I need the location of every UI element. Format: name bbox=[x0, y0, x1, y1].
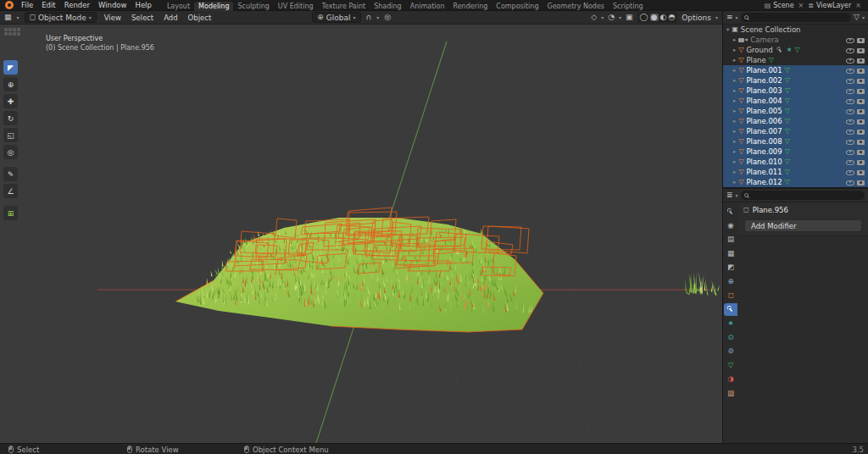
tab-material[interactable]: ◑ bbox=[724, 373, 737, 385]
workspace-tab-rendering[interactable]: Rendering bbox=[448, 2, 492, 11]
mode-dropdown[interactable]: ◻ Object Mode ▾ bbox=[25, 12, 97, 23]
filter-funnel-icon[interactable]: ▽ bbox=[854, 14, 860, 21]
disable-in-render-icon[interactable] bbox=[857, 97, 865, 105]
outliner-row-ground[interactable]: ▸▽Ground∗▽ bbox=[723, 45, 868, 55]
outliner-row-plane.002[interactable]: ▸▽Plane.002▽ bbox=[723, 75, 868, 86]
outliner-row-plane.004[interactable]: ▸▽Plane.004▽ bbox=[723, 96, 868, 106]
outliner-editor-icon[interactable]: ≡ bbox=[726, 14, 733, 21]
shading-solid-icon[interactable]: ● bbox=[650, 14, 659, 21]
workspace-tab-geometry-nodes[interactable]: Geometry Nodes bbox=[543, 2, 609, 11]
workspace-tab-texture-paint[interactable]: Texture Paint bbox=[318, 2, 370, 11]
disclosure-icon[interactable]: ▾ bbox=[726, 26, 729, 33]
disable-in-render-icon[interactable] bbox=[857, 169, 865, 176]
tab-output[interactable]: ▤ bbox=[724, 233, 737, 246]
hide-in-viewport-icon[interactable] bbox=[846, 128, 854, 136]
tab-constraints[interactable]: ⊘ bbox=[724, 345, 737, 357]
snap-magnet-icon[interactable]: ∩ bbox=[366, 14, 372, 21]
outliner-row-plane.012[interactable]: ▸▽Plane.012▽ bbox=[723, 177, 868, 187]
disclosure-icon[interactable]: ▸ bbox=[733, 128, 736, 135]
hide-in-viewport-icon[interactable] bbox=[846, 138, 854, 146]
rotate-tool[interactable]: ↻ bbox=[3, 111, 18, 125]
workspace-tab-shading[interactable]: Shading bbox=[370, 2, 406, 11]
shading-rendered-icon[interactable]: ◓ bbox=[668, 14, 675, 21]
snap-dropdown-icon[interactable]: ▾ bbox=[376, 15, 379, 20]
tab-tool[interactable] bbox=[724, 205, 737, 218]
workspace-tab-compositing[interactable]: Compositing bbox=[492, 2, 542, 11]
disclosure-icon[interactable]: ▸ bbox=[733, 97, 736, 104]
disclosure-icon[interactable]: ▸ bbox=[733, 169, 736, 175]
workspace-tab-sculpting[interactable]: Sculpting bbox=[233, 2, 273, 11]
hide-in-viewport-icon[interactable] bbox=[846, 118, 854, 125]
tab-world[interactable]: ⊕ bbox=[724, 275, 737, 288]
transform-tool[interactable]: ◎ bbox=[3, 145, 18, 159]
viewport-menu-object[interactable]: Object bbox=[186, 14, 214, 22]
scene-name[interactable]: Scene bbox=[773, 2, 793, 9]
disclosure-icon[interactable]: ▸ bbox=[733, 57, 736, 64]
outliner-row-camera[interactable]: ▸Camera bbox=[723, 35, 868, 45]
tab-texture[interactable]: ▨ bbox=[724, 387, 737, 400]
disable-in-render-icon[interactable] bbox=[857, 87, 865, 95]
disable-in-render-icon[interactable] bbox=[857, 67, 865, 75]
hide-in-viewport-icon[interactable] bbox=[846, 158, 854, 166]
gizmo-dropdown-icon[interactable]: ▾ bbox=[601, 15, 604, 20]
properties-search-input[interactable] bbox=[741, 191, 865, 200]
gizmo-toggle-icon[interactable]: ◇ bbox=[591, 14, 597, 21]
viewport-menu-view[interactable]: View bbox=[102, 14, 124, 22]
menu-help[interactable]: Help bbox=[131, 1, 155, 9]
workspace-tab-layout[interactable]: Layout bbox=[163, 2, 194, 11]
blender-logo-icon[interactable] bbox=[5, 1, 14, 9]
disable-in-render-icon[interactable] bbox=[857, 118, 865, 125]
editor-type-icon[interactable]: ▦ bbox=[4, 14, 12, 21]
shading-wireframe-icon[interactable]: ◯ bbox=[640, 14, 648, 21]
workspace-tab-uv-editing[interactable]: UV Editing bbox=[274, 2, 318, 11]
disable-in-render-icon[interactable] bbox=[857, 47, 865, 54]
disable-in-render-icon[interactable] bbox=[857, 128, 865, 136]
viewport-menu-add[interactable]: Add bbox=[161, 14, 180, 22]
editor-type-dropdown-icon[interactable]: ▾ bbox=[736, 15, 738, 20]
hide-in-viewport-icon[interactable] bbox=[846, 67, 854, 75]
hide-in-viewport-icon[interactable] bbox=[846, 47, 854, 54]
annotate-tool[interactable]: ✎ bbox=[3, 167, 18, 181]
editor-type-dropdown-icon[interactable]: ▾ bbox=[17, 15, 19, 20]
overlays-toggle-icon[interactable]: ◔ bbox=[608, 14, 615, 21]
hide-in-viewport-icon[interactable] bbox=[846, 36, 854, 44]
measure-tool[interactable]: ∠ bbox=[3, 184, 18, 198]
tab-render[interactable]: ◉ bbox=[724, 219, 737, 232]
viewport-menu-select[interactable]: Select bbox=[129, 14, 156, 22]
select-box-tool[interactable]: ◤ bbox=[3, 60, 18, 75]
viewport-canvas[interactable] bbox=[0, 25, 722, 443]
disclosure-icon[interactable]: ▸ bbox=[733, 77, 736, 84]
disable-in-render-icon[interactable] bbox=[857, 108, 865, 115]
disable-in-render-icon[interactable] bbox=[857, 138, 865, 146]
tab-scene[interactable]: ◩ bbox=[724, 261, 737, 274]
tab-view-layer[interactable]: ▦ bbox=[724, 247, 737, 260]
outliner-row-plane.007[interactable]: ▸▽Plane.007▽ bbox=[723, 126, 868, 136]
hide-in-viewport-icon[interactable] bbox=[846, 108, 854, 115]
tab-object[interactable]: ◻ bbox=[724, 289, 737, 302]
outliner-row-plane.001[interactable]: ▸▽Plane.001▽ bbox=[723, 65, 868, 75]
outliner-row-plane.005[interactable]: ▸▽Plane.005▽ bbox=[723, 106, 868, 116]
hide-in-viewport-icon[interactable] bbox=[846, 97, 854, 105]
hide-in-viewport-icon[interactable] bbox=[846, 57, 854, 64]
disable-in-render-icon[interactable] bbox=[857, 158, 865, 166]
outliner-row-plane.011[interactable]: ▸▽Plane.011▽ bbox=[723, 167, 868, 177]
outliner-row-scene-collection[interactable]: ▾ ▣ Scene Collection bbox=[723, 25, 868, 35]
outliner-row-plane.008[interactable]: ▸▽Plane.008▽ bbox=[723, 136, 868, 147]
tab-particles[interactable]: ∗ bbox=[724, 317, 737, 329]
disclosure-icon[interactable]: ▸ bbox=[733, 108, 736, 114]
scene-unlink-icon[interactable]: × bbox=[797, 2, 806, 9]
xray-toggle-icon[interactable]: ▣ bbox=[626, 14, 633, 21]
viewport[interactable]: User Perspective (0) Scene Collection | … bbox=[0, 25, 722, 443]
outliner-row-plane.010[interactable]: ▸▽Plane.010▽ bbox=[723, 157, 868, 167]
options-dropdown-icon[interactable]: ▾ bbox=[715, 15, 718, 20]
outliner-search-input[interactable] bbox=[741, 13, 852, 22]
workspace-tab-modeling[interactable]: Modeling bbox=[194, 2, 233, 11]
disclosure-icon[interactable]: ▸ bbox=[733, 138, 736, 145]
disclosure-icon[interactable]: ▸ bbox=[733, 179, 736, 185]
disable-in-render-icon[interactable] bbox=[857, 179, 865, 186]
proportional-editing-icon[interactable]: ◎ bbox=[384, 14, 391, 21]
options-dropdown[interactable]: Options bbox=[682, 14, 711, 22]
hide-in-viewport-icon[interactable] bbox=[846, 179, 854, 186]
tab-modifiers[interactable] bbox=[724, 303, 737, 316]
editor-type-dropdown-icon[interactable]: ▾ bbox=[736, 193, 738, 198]
